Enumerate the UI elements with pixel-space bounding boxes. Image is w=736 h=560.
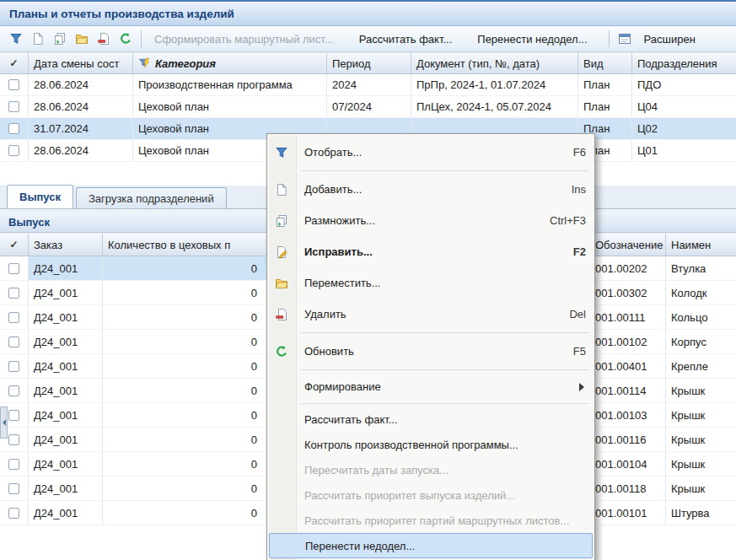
cell-document: ПлЦех, 2024-1, 05.07.2024: [411, 96, 578, 118]
context-menu-item[interactable]: Добавить... Ins: [269, 174, 593, 205]
menu-item-shortcut: Ctrl+F3: [536, 214, 586, 227]
row-checkbox[interactable]: [8, 263, 19, 274]
context-menu-item[interactable]: Обновить F5: [269, 336, 593, 367]
row-checkbox[interactable]: [8, 434, 19, 445]
menu-separator: [301, 369, 589, 370]
row-checkbox[interactable]: [8, 101, 19, 112]
plans-col-kind[interactable]: Вид: [578, 53, 632, 73]
row-checkbox[interactable]: [8, 508, 19, 519]
new-document-icon[interactable]: [27, 29, 49, 49]
menu-separator: [301, 403, 589, 404]
plans-col-document[interactable]: Документ (тип, №, дата): [411, 53, 578, 73]
row-checkbox[interactable]: [8, 337, 19, 347]
context-menu-item: Рассчитать приоритет партий маршрутных л…: [269, 508, 593, 533]
cell-category: Производственная программа: [133, 74, 327, 96]
row-checkbox[interactable]: [8, 79, 19, 90]
cell-check: [0, 140, 29, 162]
plans-col-date[interactable]: Дата смены сост: [29, 53, 133, 73]
context-menu-item[interactable]: Исправить... F2: [269, 236, 593, 267]
plans-col-period[interactable]: Период: [327, 53, 411, 73]
cell-designation: 001.00114: [590, 379, 666, 403]
cell-period: 2024: [327, 74, 411, 96]
submenu-arrow-icon: [579, 383, 584, 391]
tab-vypusk[interactable]: Выпуск: [7, 185, 73, 208]
menu-item-label: Обновить: [304, 345, 354, 358]
release-col-designation[interactable]: Обозначение: [590, 234, 666, 256]
refresh-icon[interactable]: [115, 29, 137, 49]
cell-designation: 001.00116: [590, 428, 666, 452]
release-col-name[interactable]: Наимен: [666, 234, 736, 256]
cell-date: 28.06.2024: [29, 96, 133, 118]
cell-date: 28.06.2024: [29, 74, 133, 96]
menu-item-label: Пересчитать даты запуска...: [304, 464, 449, 477]
cell-check: [0, 379, 29, 403]
cell-quantity: 0: [103, 330, 268, 354]
cell-quantity: 0: [103, 379, 268, 403]
toolbar-icons: [5, 29, 137, 49]
calc-fact-button[interactable]: Рассчитать факт...: [351, 29, 461, 49]
cell-check: [0, 354, 29, 379]
menu-item-shortcut: F6: [560, 146, 586, 159]
filter-icon[interactable]: [5, 29, 27, 49]
cell-check: [0, 74, 29, 96]
plans-col-category[interactable]: Категория: [133, 53, 327, 73]
row-checkbox[interactable]: [8, 410, 19, 421]
advanced-button[interactable]: Расширен: [636, 29, 704, 49]
plans-col-division[interactable]: Подразделения: [632, 53, 736, 73]
row-checkbox[interactable]: [8, 459, 19, 470]
context-menu-item[interactable]: Формирование: [269, 373, 593, 401]
cell-quantity: 0: [103, 305, 268, 330]
tab-zagruzka-podrazdeleniy[interactable]: Загрузка подразделений: [76, 187, 227, 208]
cell-order: Д24_001: [29, 330, 103, 354]
plans-table-row[interactable]: 28.06.2024 Производственная программа 20…: [0, 74, 736, 96]
cell-designation: 001.00118: [590, 477, 666, 501]
app-window: Планы и отчеты производства изделий Сфор…: [0, 0, 736, 560]
section-title: Выпуск: [8, 216, 50, 229]
context-menu: Отобрать... F6 Добавить... Ins Размножит…: [266, 133, 595, 560]
cell-check: [0, 452, 29, 477]
row-checkbox[interactable]: [8, 123, 19, 134]
release-col-quantity[interactable]: Количество в цеховых п: [103, 234, 268, 256]
open-folder-icon: [269, 277, 294, 290]
cell-name: Штурва: [666, 501, 736, 525]
cell-check: [0, 477, 29, 501]
context-menu-item[interactable]: Отобрать... F6: [269, 137, 593, 168]
copy-document-icon[interactable]: [49, 29, 71, 49]
check-all-icon: ✓: [9, 239, 18, 250]
open-folder-icon[interactable]: [71, 29, 93, 49]
release-col-check[interactable]: ✓: [0, 234, 29, 256]
refresh-icon: [269, 345, 294, 358]
release-col-order[interactable]: Заказ: [29, 234, 103, 256]
plans-table-row[interactable]: 28.06.2024 Цеховой план 07/2024 ПлЦех, 2…: [0, 96, 736, 118]
context-menu-item[interactable]: Размножить... Ctrl+F3: [269, 205, 593, 236]
cell-order: Д24_001: [29, 403, 103, 428]
row-checkbox[interactable]: [8, 385, 19, 396]
plans-col-check[interactable]: ✓: [0, 53, 29, 73]
row-checkbox[interactable]: [8, 312, 19, 323]
advanced-icon[interactable]: [614, 29, 636, 49]
row-checkbox[interactable]: [8, 361, 19, 372]
context-menu-item[interactable]: Перенести недодел...: [269, 533, 593, 558]
transfer-shortfall-button[interactable]: Перенести недодел...: [469, 29, 595, 49]
row-checkbox[interactable]: [8, 288, 19, 299]
cell-check: [0, 330, 29, 354]
cell-designation: 001.00102: [590, 330, 666, 354]
row-checkbox[interactable]: [8, 483, 19, 494]
cell-kind: План: [578, 74, 632, 96]
cell-order: Д24_001: [29, 452, 103, 477]
toolbar-separator: [609, 30, 610, 47]
delete-document-icon[interactable]: [93, 29, 115, 49]
menu-item-shortcut: F2: [560, 245, 586, 258]
context-menu-item[interactable]: Удалить Del: [269, 299, 593, 330]
cell-name: Крышк: [666, 452, 736, 477]
collapse-panel-handle[interactable]: [0, 407, 8, 439]
cell-quantity: 0: [103, 501, 268, 525]
row-checkbox[interactable]: [8, 145, 19, 156]
cell-quantity: 0: [103, 403, 268, 428]
context-menu-item[interactable]: Переместить...: [269, 267, 593, 299]
cell-period: 07/2024: [327, 96, 411, 118]
cell-order: Д24_001: [29, 428, 103, 452]
menu-item-label: Добавить...: [304, 183, 362, 196]
context-menu-item[interactable]: Рассчитать факт...: [269, 407, 593, 432]
context-menu-item[interactable]: Контроль производственной программы...: [269, 432, 593, 457]
